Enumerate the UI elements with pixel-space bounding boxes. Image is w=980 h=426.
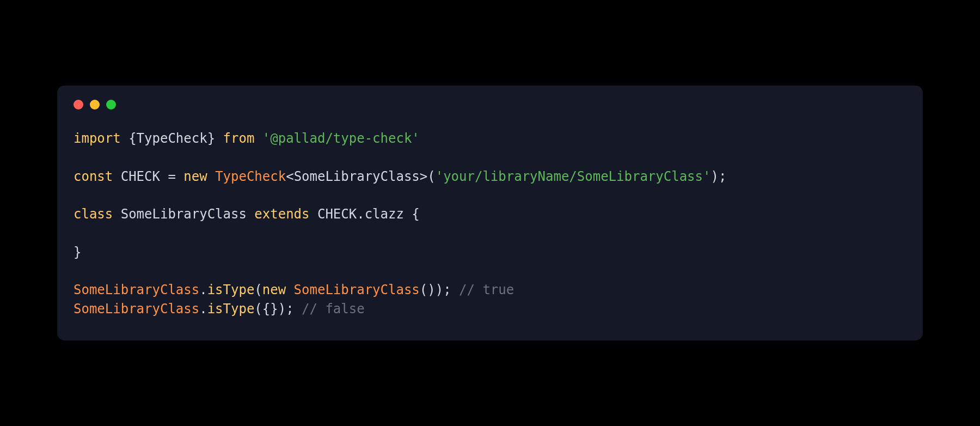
keyword-extends: extends [254, 206, 309, 222]
keyword-import: import [74, 131, 121, 146]
keyword-new: new [183, 169, 207, 184]
constructor-name: SomeLibraryClass [294, 282, 420, 297]
method-name: isType [207, 301, 255, 317]
zoom-icon[interactable] [106, 100, 116, 109]
generic-param: SomeLibraryClass [294, 169, 420, 184]
class-name: SomeLibraryClass [121, 206, 247, 222]
module-string: '@pallad/type-check' [262, 131, 420, 146]
semicolon: ; [443, 282, 451, 297]
brace-close: } [270, 301, 278, 317]
brace-open: { [128, 131, 136, 146]
code-block: import {TypeCheck} from '@pallad/type-ch… [74, 129, 906, 319]
base-object: CHECK [317, 206, 357, 222]
brace-open: { [262, 301, 270, 317]
semicolon: ; [286, 301, 293, 317]
dot: . [357, 206, 364, 222]
paren-open: ( [427, 169, 435, 184]
class-ref: SomeLibraryClass [74, 301, 199, 317]
paren-open: ( [254, 282, 262, 297]
imported-name: TypeCheck [137, 131, 207, 146]
constructor-name: TypeCheck [215, 169, 286, 184]
class-ref: SomeLibraryClass [74, 282, 199, 297]
close-icon[interactable] [74, 100, 83, 109]
paren-close: ) [427, 282, 435, 297]
dot: . [199, 282, 207, 297]
paren-open: ( [254, 301, 262, 317]
keyword-const: const [74, 169, 113, 184]
keyword-new: new [262, 282, 286, 297]
class-brace-open: { [412, 206, 419, 222]
method-name: isType [207, 282, 255, 297]
string-arg: 'your/libraryName/SomeLibraryClass' [436, 169, 711, 184]
class-brace-close: } [74, 245, 81, 260]
dot: . [199, 301, 207, 317]
keyword-from: from [223, 131, 255, 146]
angle-open: < [286, 169, 293, 184]
paren-close: ) [710, 169, 718, 184]
paren-close: ) [278, 301, 286, 317]
brace-close: } [207, 131, 215, 146]
equals: = [168, 169, 175, 184]
angle-close: > [420, 169, 427, 184]
keyword-class: class [74, 206, 113, 222]
minimize-icon[interactable] [90, 100, 100, 109]
semicolon: ; [719, 169, 726, 184]
const-name: CHECK [121, 169, 160, 184]
comment: // true [459, 282, 514, 297]
base-prop: clazz [365, 206, 404, 222]
paren-close: ) [436, 282, 443, 297]
window-titlebar [74, 100, 906, 109]
code-window: import {TypeCheck} from '@pallad/type-ch… [57, 86, 923, 340]
comment: // false [302, 301, 365, 317]
paren-open: ( [420, 282, 427, 297]
